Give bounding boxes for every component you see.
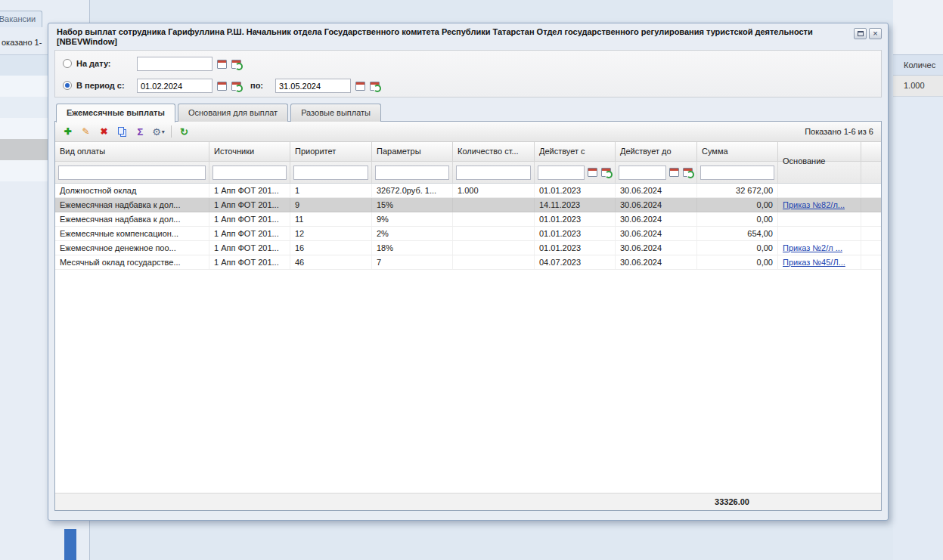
table-row[interactable]: Должностной оклад 1 Апп ФОТ 201... 1 326… — [55, 184, 881, 198]
grid-cell — [453, 212, 535, 226]
grid-cell: Приказ №2/л ... — [778, 241, 861, 255]
grid-cell: 1 Апп ФОТ 201... — [209, 212, 290, 226]
calendar-button[interactable] — [586, 166, 598, 179]
calendar-refresh-button[interactable] — [681, 166, 693, 179]
sum-icon: Σ — [138, 126, 144, 138]
table-row[interactable]: Ежемесячная надбавка к дол... 1 Апп ФОТ … — [55, 212, 881, 227]
grid-cell: 9% — [372, 212, 453, 226]
grid-cell — [778, 212, 861, 226]
filter-sources-input[interactable] — [212, 166, 287, 180]
grid-cell: 01.01.2023 — [535, 212, 616, 226]
calendar-button[interactable] — [353, 79, 367, 92]
order-link[interactable]: Приказ №45/Л... — [783, 258, 845, 267]
grid-cell: 30.06.2024 — [616, 241, 697, 255]
calendar-icon — [355, 82, 365, 91]
calendar-refresh-button[interactable] — [229, 57, 243, 70]
period-from-input[interactable] — [137, 79, 212, 93]
period-to-input[interactable] — [275, 79, 351, 93]
period-radio[interactable] — [63, 81, 72, 90]
calendar-icon — [669, 168, 679, 177]
tab-monthly-payments[interactable]: Ежемесячные выплаты — [56, 104, 175, 122]
tab-payment-grounds[interactable]: Основания для выплат — [178, 104, 288, 122]
calendar-refresh-icon — [683, 168, 693, 177]
filter-quantity-input[interactable] — [456, 166, 531, 180]
grid-cell: 30.06.2024 — [616, 184, 697, 197]
add-button[interactable]: ✚ — [60, 124, 76, 140]
filter-amount-input[interactable] — [700, 166, 774, 180]
grid-cell: 654,00 — [697, 227, 778, 240]
grid-cell: 46 — [290, 255, 372, 269]
summary-total: 33326.00 — [697, 497, 778, 506]
column-header-quantity[interactable]: Количество ст... — [453, 142, 535, 161]
calendar-refresh-button[interactable] — [229, 79, 243, 92]
calendar-button[interactable] — [215, 57, 228, 70]
delete-button[interactable]: ✖ — [96, 124, 112, 140]
column-header-amount[interactable]: Сумма — [697, 142, 778, 161]
close-button[interactable]: × — [869, 28, 882, 39]
grid-cell: 0,00 — [697, 255, 778, 269]
column-header-parameters[interactable]: Параметры — [372, 142, 453, 161]
grid-cell — [453, 227, 535, 240]
filter-valid-to-input[interactable] — [619, 166, 666, 180]
grid-cell — [778, 227, 861, 240]
grid-cell-filler — [861, 227, 881, 240]
calendar-button[interactable] — [668, 166, 680, 179]
calendar-refresh-icon — [601, 168, 611, 177]
column-header-priority[interactable]: Приоритет — [290, 142, 372, 161]
grid-cell — [453, 241, 535, 255]
grid-summary-row: 33326.00 — [55, 493, 881, 510]
grid-cell: 16 — [290, 241, 372, 255]
settings-menu-button[interactable]: ⚙▾ — [150, 124, 166, 140]
refresh-button[interactable]: ↻ — [176, 124, 192, 140]
edit-button[interactable]: ✎ — [78, 124, 94, 140]
copy-button[interactable] — [114, 124, 130, 140]
column-header-valid-to[interactable]: Действует до — [616, 142, 697, 161]
table-row[interactable]: Ежемесячное денежное поо... 1 Апп ФОТ 20… — [55, 241, 881, 255]
calendar-refresh-icon — [231, 82, 241, 91]
sum-button[interactable]: Σ — [132, 124, 148, 140]
grid-toolbar: ✚ ✎ ✖ Σ ⚙▾ ↻ Показано 1-6 из 6 — [55, 122, 881, 142]
grid-cell: 30.06.2024 — [616, 212, 697, 226]
filter-priority-input[interactable] — [293, 166, 368, 180]
on-date-input[interactable] — [137, 57, 212, 71]
tab-onetime-payments[interactable]: Разовые выплаты — [290, 104, 381, 122]
background-paging-text: оказано 1- — [2, 38, 42, 47]
column-header-basis[interactable]: Основание — [778, 142, 861, 161]
grid-cell: 30.06.2024 — [616, 255, 697, 269]
refresh-icon: ↻ — [180, 126, 188, 138]
filter-parameters-input[interactable] — [375, 166, 449, 180]
filter-cell — [209, 162, 290, 183]
period-label: В период с: — [76, 81, 125, 90]
column-header-payment-type[interactable]: Вид оплаты — [55, 142, 209, 161]
background-right-panel: Количес 1.000 — [893, 0, 943, 560]
calendar-refresh-button[interactable] — [368, 79, 381, 92]
filter-cell — [453, 162, 535, 183]
grid-cell-filler — [861, 212, 881, 226]
filter-cell — [535, 162, 616, 183]
calendar-refresh-button[interactable] — [600, 166, 612, 179]
table-row[interactable]: Ежемесячные компенсацион... 1 Апп ФОТ 20… — [55, 227, 881, 241]
filter-payment-type-input[interactable] — [58, 166, 206, 180]
grid-cell: Приказ №45/Л... — [778, 255, 861, 269]
table-row-selected[interactable]: Ежемесячная надбавка к дол... 1 Апп ФОТ … — [55, 198, 881, 212]
toolbar-separator — [171, 125, 172, 138]
grid-cell: Ежемесячное денежное поо... — [55, 241, 209, 255]
grid-cell: 01.01.2023 — [535, 227, 616, 240]
restore-button[interactable] — [854, 28, 867, 39]
filter-valid-from-input[interactable] — [538, 166, 585, 180]
grid-cell: 12 — [290, 227, 372, 240]
grid-cell: 2% — [372, 227, 453, 240]
chevron-down-icon: ▾ — [162, 128, 165, 135]
on-date-radio[interactable] — [63, 59, 72, 68]
grid-cell: 32 672,00 — [697, 184, 778, 197]
column-header-valid-from[interactable]: Действует с — [535, 142, 616, 161]
order-link[interactable]: Приказ №2/л ... — [783, 243, 842, 252]
background-tab-vacancies[interactable]: Вакансии — [0, 11, 42, 27]
column-header-sources[interactable]: Источники — [209, 142, 290, 161]
order-link[interactable]: Приказ №82/л... — [783, 200, 845, 209]
calendar-button[interactable] — [215, 79, 228, 92]
grid-header-row: Вид оплаты Источники Приоритет Параметры… — [55, 142, 881, 162]
table-row[interactable]: Месячный оклад государстве... 1 Апп ФОТ … — [55, 255, 881, 270]
payments-grid-panel: ✚ ✎ ✖ Σ ⚙▾ ↻ Показано 1-6 из 6 Вид оплат… — [54, 121, 882, 511]
filter-cell — [778, 162, 861, 183]
